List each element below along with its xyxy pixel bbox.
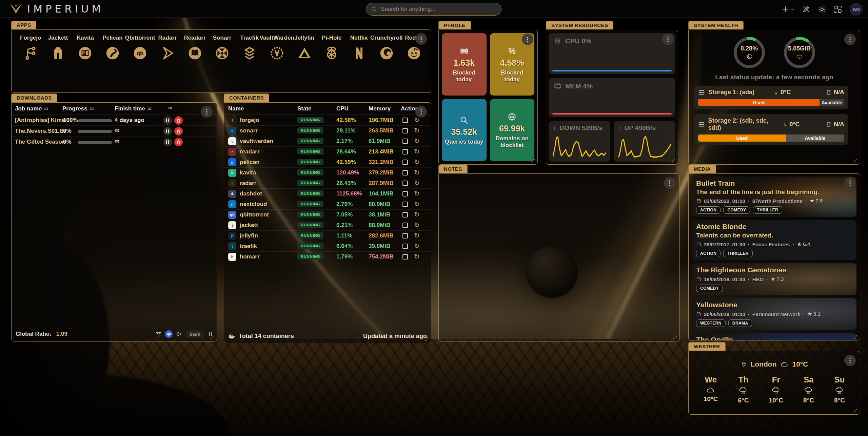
select-checkbox[interactable] bbox=[402, 233, 408, 238]
resize-handle[interactable] bbox=[210, 335, 215, 340]
qbittorrent-link-icon[interactable]: qb bbox=[165, 330, 173, 338]
media-menu-button[interactable]: ⋮ bbox=[844, 177, 856, 189]
restart-button[interactable]: ↻ bbox=[412, 179, 422, 187]
select-checkbox[interactable] bbox=[402, 244, 408, 249]
rain-cloud-icon bbox=[739, 387, 748, 395]
app-shortcut-pelican[interactable]: Pelican bbox=[99, 35, 126, 61]
storage-temp: 0°C bbox=[781, 89, 791, 96]
upload-sparkline bbox=[618, 134, 671, 160]
app-shortcut-jackett[interactable]: Jackett bbox=[44, 35, 72, 61]
avatar[interactable]: AD bbox=[850, 3, 863, 16]
memory-icon bbox=[796, 53, 803, 60]
app-shortcut-vaultwarden[interactable]: VaultWarden bbox=[263, 35, 291, 61]
container-app-icon: s bbox=[228, 127, 236, 135]
app-shortcut-traefik[interactable]: Traefik bbox=[236, 35, 263, 61]
resize-handle[interactable] bbox=[424, 337, 429, 341]
brand-home-link[interactable]: IMPERIUM bbox=[9, 3, 104, 15]
resume-all-icon[interactable] bbox=[176, 331, 182, 337]
media-card[interactable]: The Righteous Gemstones 18/08/2019, 01:0… bbox=[692, 263, 856, 295]
settings-button[interactable] bbox=[818, 5, 826, 14]
select-checkbox[interactable] bbox=[402, 149, 408, 154]
select-checkbox[interactable] bbox=[402, 118, 408, 123]
filter-icon[interactable] bbox=[155, 331, 162, 337]
resize-handle[interactable] bbox=[531, 158, 535, 163]
thermometer-icon bbox=[782, 121, 787, 127]
resize-handle[interactable] bbox=[853, 158, 858, 163]
restart-button[interactable]: ↻ bbox=[412, 221, 422, 229]
pause-button[interactable] bbox=[163, 116, 172, 125]
weather-menu-button[interactable]: ⋮ bbox=[844, 355, 856, 366]
app-shortcut-pihole[interactable]: Pi-Hole bbox=[318, 35, 346, 61]
restart-button[interactable]: ↻ bbox=[412, 126, 422, 135]
percent-icon: % bbox=[509, 46, 516, 56]
pause-button[interactable] bbox=[163, 138, 172, 146]
app-shortcut-sonarr[interactable]: Sonarr bbox=[209, 35, 236, 61]
edit-mode-button[interactable] bbox=[802, 5, 810, 13]
delete-button[interactable] bbox=[174, 116, 183, 125]
drag-handle-icon[interactable]: ⠿ bbox=[167, 106, 173, 110]
notes-panel[interactable]: ⋮ bbox=[438, 173, 680, 341]
restart-button[interactable]: ↻ bbox=[412, 231, 422, 240]
select-checkbox[interactable] bbox=[402, 202, 408, 207]
speed-badge: 0B/s bbox=[185, 330, 204, 338]
drag-handle-icon[interactable]: ⠿ bbox=[43, 107, 49, 111]
restart-button[interactable]: ↻ bbox=[412, 200, 422, 208]
delete-button[interactable] bbox=[174, 138, 183, 146]
media-card[interactable]: Atomic Blonde Talents can be overrated. … bbox=[692, 220, 856, 260]
restart-button[interactable]: ↻ bbox=[412, 147, 422, 156]
app-shortcut-kavita[interactable]: Kavita bbox=[72, 35, 99, 61]
restart-button[interactable]: ↻ bbox=[412, 252, 422, 261]
select-checkbox[interactable] bbox=[402, 139, 408, 144]
restart-button[interactable]: ↻ bbox=[412, 137, 422, 145]
containers-panel: Name State CPU Memory Actions ⋮ f forgej… bbox=[224, 102, 431, 343]
restart-button[interactable]: ↻ bbox=[412, 168, 422, 177]
select-checkbox[interactable] bbox=[402, 170, 408, 175]
media-card[interactable]: The Orville 10/09/2017, 01:00 FOX 7.6 DR… bbox=[692, 333, 856, 340]
app-shortcut-readarr[interactable]: Readarr bbox=[181, 35, 209, 61]
app-shortcut-forgejo[interactable]: Forgejo bbox=[17, 35, 44, 61]
drag-handle-icon[interactable]: ⠿ bbox=[89, 107, 94, 111]
resize-handle[interactable] bbox=[673, 335, 677, 340]
select-checkbox[interactable] bbox=[402, 181, 408, 186]
select-checkbox[interactable] bbox=[402, 223, 408, 228]
select-checkbox[interactable] bbox=[402, 254, 408, 259]
state-badge: RUNNING bbox=[297, 222, 323, 228]
app-label: Pelican bbox=[102, 35, 123, 41]
select-checkbox[interactable] bbox=[402, 128, 408, 133]
system-health-menu-button[interactable]: ⋮ bbox=[844, 34, 856, 45]
select-checkbox[interactable] bbox=[402, 191, 408, 196]
restart-button[interactable]: ↻ bbox=[412, 189, 422, 198]
drag-handle-icon[interactable]: ⠿ bbox=[146, 107, 152, 111]
search-bar[interactable] bbox=[366, 3, 501, 16]
day-temp: 8°C bbox=[834, 397, 845, 404]
resize-handle[interactable] bbox=[853, 408, 858, 413]
pihole-menu-button[interactable]: ⋮ bbox=[522, 34, 533, 45]
notes-menu-button[interactable]: ⋮ bbox=[664, 177, 675, 189]
search-input[interactable] bbox=[380, 5, 496, 13]
app-shortcut-qbittorrent[interactable]: Qbittorrent qb bbox=[126, 35, 154, 61]
containers-menu-button[interactable]: ⋮ bbox=[415, 106, 427, 118]
app-shortcut-crunchyroll[interactable]: Crunchyroll bbox=[373, 35, 400, 61]
apps-menu-button[interactable]: ⋮ bbox=[415, 33, 427, 45]
restart-button[interactable]: ↻ bbox=[412, 210, 422, 219]
app-shortcut-jellyfin[interactable]: Jellyfin bbox=[291, 35, 318, 61]
add-tile-button[interactable] bbox=[781, 5, 795, 13]
storage-usage-bar: Used Available bbox=[698, 99, 844, 106]
delete-button[interactable] bbox=[174, 127, 183, 136]
smart-status-icon bbox=[826, 89, 831, 96]
resize-handle[interactable] bbox=[853, 335, 858, 339]
restart-button[interactable]: ↻ bbox=[412, 242, 422, 250]
system-resources-menu-button[interactable]: ⋮ bbox=[662, 34, 674, 45]
downloads-menu-button[interactable]: ⋮ bbox=[201, 106, 213, 118]
select-checkbox[interactable] bbox=[402, 212, 408, 217]
pause-button[interactable] bbox=[163, 127, 172, 136]
resize-handle[interactable] bbox=[671, 158, 676, 163]
media-card[interactable]: Yellowstone 20/06/2018, 01:00 Paramount … bbox=[692, 298, 856, 330]
media-card[interactable]: Bullet Train The end of the line is just… bbox=[692, 177, 856, 217]
select-checkbox[interactable] bbox=[402, 160, 408, 165]
app-shortcut-netflix[interactable]: Netflix bbox=[345, 35, 373, 61]
restart-button[interactable]: ↻ bbox=[412, 158, 422, 166]
readarr-icon bbox=[187, 45, 203, 61]
board-switch-button[interactable] bbox=[834, 5, 842, 14]
app-shortcut-radarr[interactable]: Radarr bbox=[154, 35, 181, 61]
